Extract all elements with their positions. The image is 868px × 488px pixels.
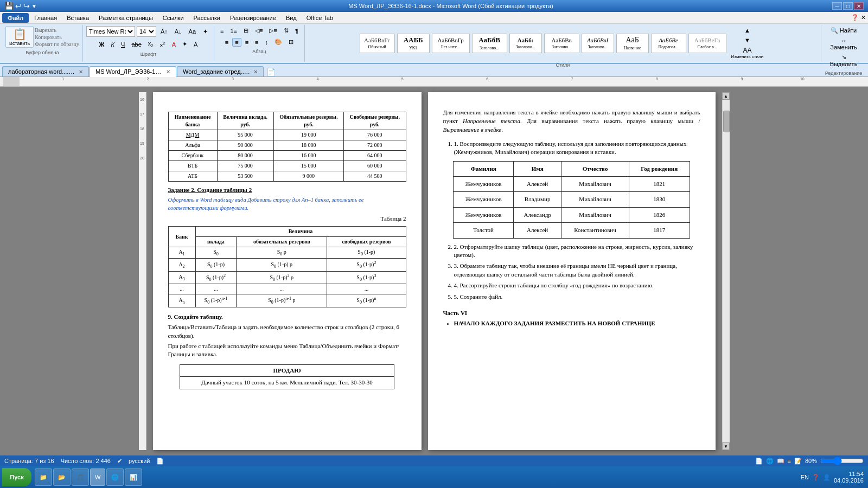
scroll-thumb[interactable] bbox=[723, 111, 730, 132]
scroll-track[interactable] bbox=[723, 100, 730, 442]
justify-button[interactable]: ≡ bbox=[252, 38, 261, 47]
shrink-font-button[interactable]: A↓ bbox=[172, 27, 184, 36]
style-subtitle[interactable]: АаБбВеПодзагол... bbox=[651, 34, 686, 53]
scroll-up-button[interactable]: ▲ bbox=[722, 92, 730, 100]
table-row: Жемчужников Алексей Михайлович 1821 bbox=[454, 176, 690, 191]
decrease-indent-button[interactable]: ◁≡ bbox=[252, 26, 265, 35]
italic-button[interactable]: К bbox=[108, 40, 117, 49]
numbering-button[interactable]: 1≡ bbox=[227, 27, 240, 35]
scroll-down-button[interactable]: ▼ bbox=[722, 442, 730, 450]
bold-button[interactable]: Ж bbox=[97, 40, 107, 49]
view-read-icon[interactable]: 📖 bbox=[777, 458, 784, 465]
sort-button[interactable]: ⇅ bbox=[281, 26, 291, 35]
help-icon[interactable]: ❓ bbox=[851, 14, 859, 21]
page-layout-menu[interactable]: Разметка страницы bbox=[94, 14, 157, 22]
paste-button[interactable]: 📋 Вставить bbox=[5, 26, 34, 48]
view-web-icon[interactable]: 🌐 bbox=[766, 458, 774, 465]
font-color-button[interactable]: A bbox=[169, 40, 178, 49]
layout-icon[interactable]: 📄 bbox=[156, 458, 164, 465]
scroll-styles-up[interactable]: ▲ bbox=[742, 26, 753, 35]
clear-format-button[interactable]: ✦ bbox=[200, 27, 210, 36]
font-name-select[interactable]: Times New Ro bbox=[86, 26, 135, 37]
tab-main[interactable]: MS Word_ЛР_ЭЭ36-16-1.docx ✕ bbox=[90, 66, 176, 77]
bullets-button[interactable]: ≡ bbox=[218, 27, 226, 35]
taskbar-chrome[interactable]: 🌐 bbox=[106, 468, 124, 486]
mailings-menu[interactable]: Рассылки bbox=[189, 14, 225, 22]
multilevel-list-button[interactable]: ⊞ bbox=[241, 26, 251, 35]
select-button[interactable]: ↘ Выделить bbox=[825, 53, 863, 68]
align-left-button[interactable]: ≡ bbox=[222, 38, 231, 47]
review-menu[interactable]: Рецензирование bbox=[226, 14, 280, 22]
style-no-interval[interactable]: АаБбВвГрБез инте... bbox=[432, 34, 470, 53]
underline-button[interactable]: Ч bbox=[118, 40, 127, 49]
view-draft-icon[interactable]: 📝 bbox=[794, 458, 802, 465]
change-case-button[interactable]: Aa bbox=[186, 27, 199, 36]
close-button[interactable]: ✕ bbox=[854, 2, 864, 10]
taskbar-explorer[interactable]: 📁 bbox=[35, 468, 52, 486]
view-menu[interactable]: Вид bbox=[282, 14, 301, 22]
style-subtle[interactable]: АаБбВеГаСлабое в... bbox=[688, 34, 726, 53]
style-title[interactable]: АаБНазвание bbox=[616, 34, 649, 53]
font-bg-button[interactable]: A bbox=[191, 40, 200, 49]
strikethrough-button[interactable]: abe bbox=[129, 40, 144, 49]
menu-bar: Файл Главная Вставка Разметка страницы С… bbox=[0, 12, 868, 24]
new-tab-icon[interactable]: 📄 bbox=[266, 68, 276, 76]
subscript-button[interactable]: x2 bbox=[145, 39, 156, 49]
insert-menu[interactable]: Вставка bbox=[62, 14, 93, 22]
show-marks-button[interactable]: ¶ bbox=[292, 27, 301, 35]
file-menu[interactable]: Файл bbox=[2, 13, 29, 23]
view-normal-icon[interactable]: 📄 bbox=[755, 458, 763, 465]
grow-font-button[interactable]: A↑ bbox=[158, 27, 170, 36]
change-styles-button[interactable]: АА Изменить стили bbox=[729, 46, 767, 60]
style-heading4[interactable]: АаБбВвIЗаголово... bbox=[582, 34, 614, 53]
minimize-button[interactable]: ─ bbox=[832, 2, 842, 10]
vertical-scrollbar[interactable]: ▲ ▼ bbox=[722, 92, 730, 450]
superscript-button[interactable]: x2 bbox=[157, 40, 168, 49]
tab-lab[interactable]: лабораторная word....функциональности ✕ bbox=[2, 66, 89, 76]
replace-button[interactable]: ↔ Заменить bbox=[825, 36, 863, 52]
taskbar-media[interactable]: 🎵 bbox=[72, 468, 89, 486]
shading-button[interactable]: 🎨 bbox=[272, 37, 285, 47]
borders-button[interactable]: ⊞ bbox=[286, 37, 296, 47]
style-heading2[interactable]: АаБб:Заголово... bbox=[509, 34, 542, 53]
align-right-button[interactable]: ≡ bbox=[242, 38, 251, 47]
align-center-button[interactable]: ≡ bbox=[232, 38, 241, 47]
office-tab-menu[interactable]: Office Tab bbox=[302, 14, 337, 22]
table-row: A2 S0 (1-p) S0 (1-p) p S0 (1-p)2 bbox=[168, 259, 406, 272]
user-tray[interactable]: 👤 bbox=[823, 474, 831, 481]
table-row: ... ... ... ... bbox=[168, 284, 406, 294]
ribbon-clipboard: 📋 Вставить Вырезать Копировать Формат по… bbox=[2, 25, 83, 62]
maximize-button[interactable]: □ bbox=[843, 2, 853, 10]
style-normal[interactable]: АаБбВвГгОбычный bbox=[360, 34, 395, 53]
find-button[interactable]: 🔍 Найти bbox=[825, 26, 863, 35]
spell-check-icon[interactable]: ✔ bbox=[117, 458, 122, 465]
tab-close-word[interactable]: ✕ bbox=[253, 69, 258, 75]
style-uk1[interactable]: ААББУК1 bbox=[397, 34, 430, 53]
help-tray[interactable]: ❓ bbox=[812, 474, 820, 481]
format-painter-button[interactable]: Формат по образцу bbox=[35, 41, 79, 47]
taskbar-word[interactable]: W bbox=[90, 468, 105, 486]
start-button[interactable]: Пуск bbox=[2, 468, 31, 486]
zoom-slider[interactable] bbox=[820, 458, 864, 464]
font-size-select[interactable]: 14 bbox=[137, 26, 156, 37]
style-heading3[interactable]: АаБбВвЗаголово... bbox=[544, 34, 579, 53]
highlight-button[interactable]: ✦ bbox=[180, 40, 190, 49]
task2-italic: Оформить в Word таблицу вида Добавить ст… bbox=[168, 196, 406, 212]
taskbar-app[interactable]: 📊 bbox=[125, 468, 142, 486]
tab-close-lab[interactable]: ✕ bbox=[79, 69, 83, 75]
view-outline-icon[interactable]: ≡ bbox=[788, 458, 791, 464]
copy-button[interactable]: Копировать bbox=[35, 34, 79, 40]
tab-word[interactable]: Word_задание отред...функциональности ✕ bbox=[177, 66, 264, 76]
increase-indent-button[interactable]: ▷≡ bbox=[266, 26, 279, 35]
scroll-styles-down[interactable]: ▼ bbox=[742, 36, 753, 44]
tab-close-main[interactable]: ✕ bbox=[166, 69, 170, 75]
task9-header: 9. Создайте таблицу. bbox=[168, 313, 406, 321]
document-tabs: лабораторная word....функциональности ✕ … bbox=[0, 64, 868, 77]
line-spacing-button[interactable]: ↕ bbox=[263, 38, 271, 47]
style-heading1[interactable]: АаБбВЗаголово... bbox=[472, 34, 507, 53]
taskbar-files[interactable]: 📂 bbox=[53, 468, 71, 486]
home-menu[interactable]: Главная bbox=[30, 14, 61, 22]
cut-button[interactable]: Вырезать bbox=[35, 27, 79, 33]
close-doc-icon[interactable]: ✕ bbox=[861, 14, 866, 21]
references-menu[interactable]: Ссылки bbox=[158, 14, 188, 22]
